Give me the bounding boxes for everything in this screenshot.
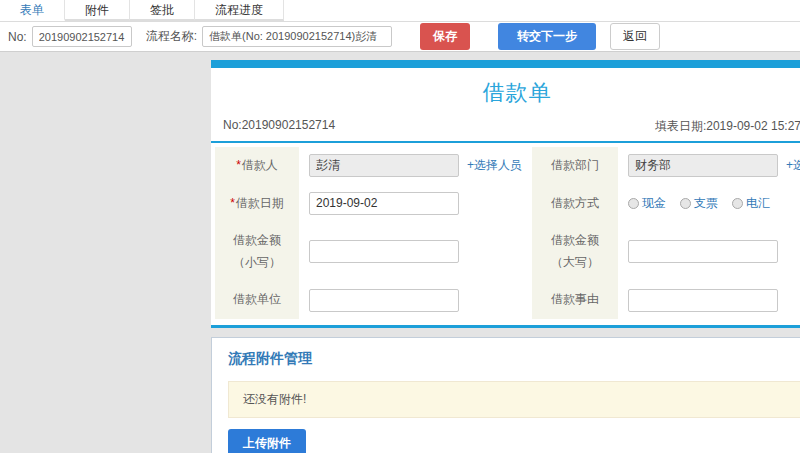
amount-upper-input[interactable] (628, 240, 778, 263)
radio-check[interactable]: 支票 (680, 195, 718, 212)
process-name-label: 流程名称: (146, 28, 197, 45)
transfer-next-step-button[interactable]: 转交下一步 (498, 23, 596, 50)
tab-form[interactable]: 表单 (0, 0, 65, 21)
select-person-link[interactable]: +选择人员 (467, 157, 522, 174)
no-input[interactable] (32, 26, 132, 47)
borrower-input[interactable] (309, 154, 459, 177)
header-accent-strip (211, 60, 800, 68)
field-label-department: 借款部门 (532, 147, 618, 185)
back-button[interactable]: 返回 (610, 23, 660, 50)
field-label-amount-lower: 借款金额（小写） (215, 222, 299, 281)
field-label-date: *借款日期 (215, 185, 299, 223)
department-input[interactable] (628, 154, 778, 177)
loan-date-input[interactable] (309, 192, 459, 215)
no-label: No: (8, 30, 27, 44)
tab-attachments[interactable]: 附件 (65, 0, 130, 21)
field-label-borrower: *借款人 (215, 147, 299, 185)
tab-bar: 表单 附件 签批 流程进度 (0, 0, 800, 22)
loan-reason-input[interactable] (628, 289, 778, 312)
no-attachments-alert: 还没有附件! (228, 381, 800, 418)
page-header: 表单 附件 签批 流程进度 No: 流程名称: 保存 转交下一步 返回 (0, 0, 800, 52)
select-department-link[interactable]: +选择部门 (786, 157, 800, 174)
tab-process-progress[interactable]: 流程进度 (195, 0, 284, 21)
loan-form-card: 借款单 No:20190902152714 填表日期:2019-09-02 15… (211, 60, 800, 328)
field-amount-upper (618, 222, 800, 281)
radio-cash[interactable]: 现金 (628, 195, 666, 212)
amount-lower-input[interactable] (309, 240, 459, 263)
field-reason (618, 281, 800, 319)
field-label-method: 借款方式 (532, 185, 618, 223)
upload-attachment-button[interactable]: 上传附件 (228, 429, 306, 453)
field-amount-lower (299, 222, 532, 281)
field-label-reason: 借款事由 (532, 281, 618, 319)
form-no-text: No:20190902152714 (223, 118, 335, 135)
required-mark: * (230, 196, 235, 210)
attachments-title: 流程附件管理 (228, 350, 800, 368)
required-mark: * (236, 158, 241, 172)
action-toolbar: No: 流程名称: 保存 转交下一步 返回 (0, 22, 800, 52)
field-label-amount-upper: 借款金额（大写） (532, 222, 618, 281)
radio-icon (680, 198, 691, 209)
field-department: +选择部门 (618, 147, 800, 185)
field-date (299, 185, 532, 223)
field-borrower: +选择人员 (299, 147, 532, 185)
tab-approval[interactable]: 签批 (130, 0, 195, 21)
attachments-card: 流程附件管理 还没有附件! 上传附件 (211, 337, 800, 453)
form-table: *借款人 +选择人员 借款部门 +选择部门 *借款日期 借款方式 现金 支票 电… (211, 143, 800, 319)
process-name-input[interactable] (202, 26, 392, 47)
radio-icon (628, 198, 639, 209)
main-content: 借款单 No:20190902152714 填表日期:2019-09-02 15… (211, 60, 800, 453)
field-method: 现金 支票 电汇 (618, 185, 800, 223)
radio-wire[interactable]: 电汇 (732, 195, 770, 212)
field-label-unit: 借款单位 (215, 281, 299, 319)
radio-icon (732, 198, 743, 209)
save-button[interactable]: 保存 (420, 23, 470, 50)
loan-unit-input[interactable] (309, 289, 459, 312)
form-meta-row: No:20190902152714 填表日期:2019-09-02 15:27:… (211, 118, 800, 143)
form-title: 借款单 (211, 68, 800, 118)
field-unit (299, 281, 532, 319)
form-date-text: 填表日期:2019-09-02 15:27:1 (655, 118, 800, 135)
